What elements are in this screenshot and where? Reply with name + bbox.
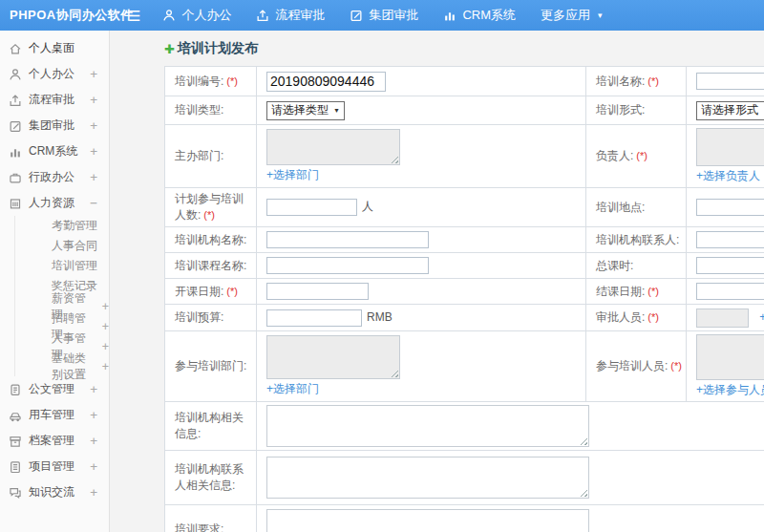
resize-handle[interactable] xyxy=(580,437,587,445)
requirements-textarea[interactable] xyxy=(266,509,589,532)
nav-more-apps[interactable]: 更多应用 ▾ xyxy=(541,7,603,24)
label-end-date: 结课日期:(*) xyxy=(586,279,687,305)
sidebar-item-projects[interactable]: 项目管理 + xyxy=(0,454,109,479)
required-mark: (*) xyxy=(647,286,659,297)
chat-icon xyxy=(9,486,22,500)
nav-workflow-approval[interactable]: 流程审批 xyxy=(256,7,325,24)
sidebar-subitem-attendance[interactable]: 考勤管理 xyxy=(15,216,109,236)
join-people-box[interactable] xyxy=(696,334,764,380)
required-mark: (*) xyxy=(647,75,659,87)
host-dept-box[interactable] xyxy=(266,129,400,165)
building-icon xyxy=(9,197,22,210)
select-approver-link[interactable]: +选择审批人员 xyxy=(759,310,764,324)
sidebar-item-personal-office[interactable]: 个人办公 + xyxy=(0,61,109,87)
select-join-dept-link[interactable]: +选择部门 xyxy=(266,381,319,397)
resize-handle[interactable] xyxy=(391,370,398,377)
label-training-type: 培训类型: xyxy=(165,96,257,125)
label-training-name: 培训名称:(*) xyxy=(586,67,687,96)
required-mark: (*) xyxy=(226,75,238,87)
resize-handle[interactable] xyxy=(580,489,587,497)
nav-personal-office[interactable]: 个人办公 xyxy=(162,7,231,24)
location-input[interactable] xyxy=(696,199,764,216)
label-requirements: 培训要求: xyxy=(165,505,257,532)
row-dept-leader: 主办部门: +选择部门 负责人:(*) +选择负责人 xyxy=(165,125,764,188)
training-no-input[interactable] xyxy=(266,72,386,92)
expand-icon[interactable]: + xyxy=(90,118,97,133)
expand-icon[interactable]: + xyxy=(102,340,109,353)
unit-people: 人 xyxy=(362,200,373,213)
select-leader-link[interactable]: +选择负责人 xyxy=(696,168,760,184)
expand-icon[interactable]: + xyxy=(90,67,97,81)
org-name-input[interactable] xyxy=(266,231,429,248)
required-mark: (*) xyxy=(636,150,647,161)
edit-icon xyxy=(9,119,22,133)
training-type-select[interactable]: 请选择类型 ▼ xyxy=(266,101,345,120)
expand-icon[interactable]: + xyxy=(90,485,97,500)
sidebar-item-official-docs[interactable]: 公文管理 + xyxy=(0,376,109,402)
project-icon xyxy=(9,460,22,474)
training-name-input[interactable] xyxy=(696,73,764,90)
select-dept-link[interactable]: +选择部门 xyxy=(266,167,319,183)
org-contact-input[interactable] xyxy=(696,231,764,248)
course-name-input[interactable] xyxy=(266,257,429,274)
expand-icon[interactable]: + xyxy=(90,382,97,396)
collapse-icon[interactable]: − xyxy=(90,196,97,210)
org-info-textarea[interactable] xyxy=(266,405,589,447)
expand-icon[interactable]: + xyxy=(102,320,109,333)
row-org-name-contact: 培训机构名称: 培训机构联系人: xyxy=(165,227,764,253)
sidebar-item-archives[interactable]: 档案管理 + xyxy=(0,428,109,454)
sidebar-item-workflow-approval[interactable]: 流程审批 + xyxy=(0,87,109,113)
row-org-contact-info: 培训机构联系人相关信息: xyxy=(165,451,764,505)
budget-input[interactable] xyxy=(266,309,362,327)
start-date-input[interactable] xyxy=(266,283,369,300)
hamburger-menu-icon[interactable]: ☰ xyxy=(128,9,140,23)
leader-box[interactable] xyxy=(696,128,764,166)
approver-box[interactable] xyxy=(696,309,749,328)
sidebar-item-knowledge[interactable]: 知识交流 + xyxy=(0,479,109,505)
expand-icon[interactable]: + xyxy=(90,170,97,184)
expand-icon[interactable]: + xyxy=(102,360,109,373)
plus-icon: ✚ xyxy=(164,42,175,56)
join-dept-box[interactable] xyxy=(266,335,400,379)
label-org-contact: 培训机构联系人: xyxy=(586,227,687,253)
sidebar-item-vehicle[interactable]: 用车管理 + xyxy=(0,402,109,428)
nav-label: 流程审批 xyxy=(275,7,325,24)
sidebar-subitem-training[interactable]: 培训管理 xyxy=(15,256,109,276)
expand-icon[interactable]: + xyxy=(90,434,97,448)
sidebar-item-human-resources[interactable]: 人力资源 − xyxy=(0,190,109,216)
briefcase-icon xyxy=(9,171,22,184)
sidebar-subitem-hr-contract[interactable]: 人事合同 xyxy=(15,236,109,256)
unit-rmb: RMB xyxy=(367,310,393,324)
sidebar-item-crm[interactable]: CRM系统 + xyxy=(0,138,109,164)
page-title: ✚ 培训计划发布 xyxy=(164,40,764,57)
end-date-input[interactable] xyxy=(696,283,764,300)
nav-label: 更多应用 xyxy=(541,7,590,24)
nav-group-approval[interactable]: 集团审批 xyxy=(350,7,418,24)
training-plan-form: 培训编号:(*) 培训名称:(*) 培训类型: 请选择类型 ▼ 培训形式: 请选… xyxy=(164,66,764,532)
nav-crm-system[interactable]: CRM系统 xyxy=(443,7,516,24)
org-contact-info-textarea[interactable] xyxy=(266,457,589,499)
sidebar-submenu-hr: 考勤管理 人事合同 培训管理 奖惩记录 薪资管理+ 招聘管理+ 人事管理+ 基础… xyxy=(14,216,109,376)
label-training-no: 培训编号:(*) xyxy=(165,67,257,96)
training-form-select[interactable]: 请选择形式 ▼ xyxy=(696,101,764,120)
total-hours-input[interactable] xyxy=(696,257,764,274)
expand-icon[interactable]: + xyxy=(90,459,97,474)
select-join-people-link[interactable]: +选择参与人员 xyxy=(696,382,764,398)
sidebar-item-group-approval[interactable]: 集团审批 + xyxy=(0,113,109,138)
sidebar-subitem-base-category[interactable]: 基础类别设置+ xyxy=(15,356,109,376)
select-caret-icon: ▼ xyxy=(333,107,340,114)
expand-icon[interactable]: + xyxy=(102,300,109,313)
label-host-dept: 主办部门: xyxy=(165,125,257,188)
expand-icon[interactable]: + xyxy=(90,93,97,107)
top-bar: PHPOA协同办公软件 ☰ 个人办公 流程审批 集团审批 CRM系统 更多应用 … xyxy=(0,0,764,31)
sidebar-item-admin-office[interactable]: 行政办公 + xyxy=(0,164,109,190)
main-content: ✚ 培训计划发布 培训编号:(*) 培训名称:(*) 培训类型: 请选择类型 ▼ xyxy=(111,31,764,532)
expand-icon[interactable]: + xyxy=(90,144,97,159)
expand-icon[interactable]: + xyxy=(90,408,97,422)
label-total-hours: 总课时: xyxy=(586,253,687,279)
upload-icon xyxy=(9,94,22,107)
planned-count-input[interactable] xyxy=(266,199,357,216)
sidebar-item-personal-desktop[interactable]: 个人桌面 xyxy=(0,35,109,61)
row-join-dept-people: 参与培训部门: +选择部门 参与培训人员:(*) +选择参与人员 xyxy=(165,331,764,402)
resize-handle[interactable] xyxy=(391,156,398,163)
